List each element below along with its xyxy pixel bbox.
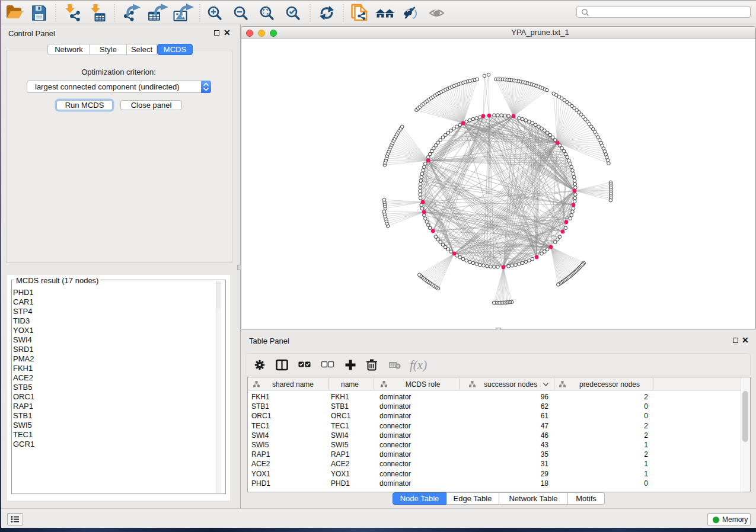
svg-text:f(x): f(x)	[410, 358, 427, 372]
